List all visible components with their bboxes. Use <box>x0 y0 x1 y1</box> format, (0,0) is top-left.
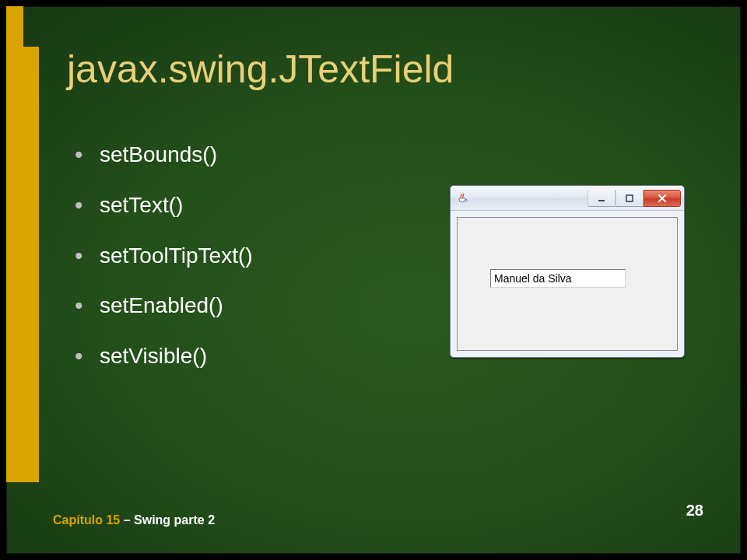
slide-title: javax.swing.JTextField <box>67 47 454 92</box>
maximize-button[interactable] <box>615 190 644 207</box>
minimize-button[interactable] <box>587 190 615 207</box>
window-buttons <box>587 190 681 207</box>
footer-subtitle: Swing parte 2 <box>134 513 215 527</box>
svg-rect-0 <box>598 200 605 201</box>
bullet-list: setBounds() setText() setToolTipText() s… <box>75 143 253 395</box>
jtextfield-input[interactable]: Manuel da Silva <box>490 269 626 288</box>
bullet-item: setToolTipText() <box>75 244 253 268</box>
window-client-area: Manuel da Silva <box>457 217 678 351</box>
bullet-item: setText() <box>75 194 253 218</box>
window-titlebar <box>451 186 684 211</box>
bullet-item: setBounds() <box>75 143 253 167</box>
footer-separator: – <box>120 513 134 527</box>
close-button[interactable] <box>644 190 681 207</box>
bullet-item: setVisible() <box>75 345 253 369</box>
page-number: 28 <box>686 502 703 520</box>
footer-chapter: Capítulo 15 <box>53 513 120 527</box>
slide: javax.swing.JTextField setBounds() setTe… <box>6 6 741 554</box>
bullet-item: setEnabled() <box>75 294 253 318</box>
footer-text: Capítulo 15 – Swing parte 2 <box>53 513 215 527</box>
example-window: Manuel da Silva <box>450 185 685 358</box>
java-cup-icon <box>455 191 469 205</box>
decor-accent-side <box>6 47 39 482</box>
svg-rect-1 <box>626 195 633 201</box>
decor-accent-top <box>6 6 23 47</box>
